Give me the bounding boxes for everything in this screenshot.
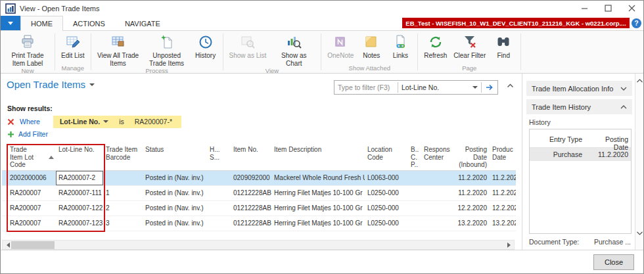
cell-trade-item-lot-code[interactable]: RA200007 [7, 201, 56, 216]
cell-responsibility-center[interactable] [421, 171, 450, 185]
cell-item-description[interactable]: Herring Filet Matjes 10-100 Gr ... [271, 216, 365, 231]
history-button[interactable]: History [191, 32, 220, 60]
cell-status[interactable]: Posted in (Nav. inv.) [143, 216, 207, 231]
column-header-hs[interactable]: H... S... [207, 145, 231, 170]
cell-responsibility-center[interactable] [421, 216, 450, 231]
tab-home[interactable]: HOME [20, 16, 63, 31]
maximize-button[interactable] [596, 1, 620, 16]
cell-posting-date[interactable]: 11.2.2020 [450, 171, 490, 185]
cell-posting-date[interactable]: 12.2.2020 [450, 201, 490, 216]
cell-location-code[interactable]: L0063-000 [365, 171, 408, 185]
cell-status[interactable]: Posted in (Nav. inv.) [143, 201, 207, 216]
cell-bcp[interactable] [408, 171, 421, 185]
cell-barcode[interactable]: 2 [103, 201, 143, 216]
collapse-filter-pane-button[interactable] [507, 83, 514, 88]
cell-hs[interactable] [207, 171, 231, 185]
cell-item-no[interactable]: 01212228AB [231, 201, 271, 216]
cell-status[interactable]: Posted in (Nav. inv.) [143, 186, 207, 200]
column-header-trade-item-barcode[interactable]: Trade Item Barcode [103, 145, 143, 170]
tab-navigate[interactable]: NAVIGATE [115, 16, 170, 31]
factbox-allocation-info-header[interactable]: Trade Item Allocation Info [526, 81, 632, 96]
close-button[interactable]: Close [593, 254, 634, 270]
cell-posting-date[interactable]: 11.2.2020 [450, 186, 490, 200]
help-icon[interactable]: ? [632, 18, 641, 28]
row-selector[interactable] [2, 186, 7, 200]
factbox-history-header[interactable]: Trade Item History [526, 99, 632, 114]
cell-trade-item-lot-code[interactable]: RA200007 [7, 216, 56, 231]
column-header-item-no[interactable]: Item No. [231, 145, 271, 170]
cell-production-date[interactable]: 11.2.2020 [490, 171, 516, 185]
table-row[interactable]: RA200007 RA200007-122 2 Posted in (Nav. … [2, 201, 516, 216]
column-header-status[interactable]: Status [143, 145, 207, 170]
cell-barcode[interactable]: 1 [103, 186, 143, 200]
cell-item-description[interactable]: Herring Filet Matjes 10-100 Gr ... [271, 201, 365, 216]
close-window-button[interactable] [620, 1, 643, 16]
column-header-location-code[interactable]: Location Code [365, 145, 408, 170]
print-trade-item-label-button[interactable]: Print Trade Item Label [3, 32, 52, 67]
scroll-down-arrow[interactable] [635, 231, 643, 235]
column-header-responsibility-center[interactable]: Responsi... Center [421, 145, 450, 170]
cell-barcode[interactable] [103, 171, 143, 185]
cell-production-date[interactable]: 13.2.2020 [490, 216, 516, 231]
notes-button[interactable]: Notes [357, 32, 386, 60]
cell-location-code[interactable]: L0250-000 [365, 201, 408, 216]
edit-list-button[interactable]: Edit List [58, 32, 88, 60]
cell-posting-date[interactable]: 13.2.2020 [450, 216, 490, 231]
cell-item-no[interactable]: 01212228AB [231, 186, 271, 200]
row-selector[interactable] [2, 201, 7, 216]
cell-bcp[interactable] [408, 186, 421, 200]
horizontal-scroll-thumb[interactable] [11, 241, 55, 249]
page-title[interactable]: Open Trade Items [7, 79, 95, 90]
scroll-up-arrow[interactable] [635, 79, 643, 83]
column-header-production-date[interactable]: Produc Date [490, 145, 516, 170]
application-menu-button[interactable] [1, 16, 20, 30]
table-row[interactable]: RA200007 RA200007-123 3 Posted in (Nav. … [2, 216, 516, 231]
column-header-posting-date-inbound[interactable]: Posting Date (Inbound) [450, 145, 490, 170]
filter-value[interactable]: RA200007-* [135, 118, 172, 126]
cell-trade-item-lot-code[interactable]: 2002000006 [7, 171, 56, 185]
filter-input[interactable] [334, 81, 398, 94]
refresh-button[interactable]: Refresh [421, 32, 450, 60]
cell-location-code[interactable]: L0250-000 [365, 186, 408, 200]
cell-lot-line-no-focused[interactable]: RA200007-2 [56, 171, 103, 185]
view-all-trade-items-button[interactable]: View All Trade Items [94, 32, 143, 67]
cell-item-no[interactable]: 01212228AB [231, 216, 271, 231]
select-all-gutter[interactable] [2, 145, 7, 170]
column-header-trade-item-lot-code[interactable]: Trade Item Lot Code [7, 145, 56, 170]
table-row[interactable]: 2002000006 RA200007-2 Posted in (Nav. in… [2, 171, 516, 186]
cell-production-date[interactable]: 11.2.2020 [490, 186, 516, 200]
cell-hs[interactable] [207, 216, 231, 231]
filter-field-dropdown[interactable]: Lot-Line No. [60, 118, 108, 126]
apply-filter-button[interactable] [482, 81, 497, 94]
scroll-right-arrow[interactable] [507, 242, 511, 248]
links-button[interactable]: Links [386, 32, 415, 60]
cell-hs[interactable] [207, 201, 231, 216]
cell-location-code[interactable]: L0250-000 [365, 216, 408, 231]
cell-lot-line-no[interactable]: RA200007-111 [56, 186, 103, 200]
show-as-chart-button[interactable]: Show as Chart [269, 32, 318, 67]
cell-responsibility-center[interactable] [421, 186, 450, 200]
minimize-button[interactable] [572, 1, 596, 16]
cell-lot-line-no[interactable]: RA200007-122 [56, 201, 103, 216]
history-tab[interactable]: History [529, 118, 632, 126]
remove-filter-icon[interactable] [7, 118, 14, 126]
horizontal-scrollbar[interactable] [2, 240, 515, 250]
where-link[interactable]: Where [20, 118, 40, 126]
cell-hs[interactable] [207, 186, 231, 200]
cell-trade-item-lot-code[interactable]: RA200007 [7, 186, 56, 200]
cell-item-description[interactable]: Herring Filet Matjes 10-100 Gr ... [271, 186, 365, 200]
cell-production-date[interactable]: 12.2.2020 [490, 201, 516, 216]
cell-bcp[interactable] [408, 216, 421, 231]
clear-filter-button[interactable]: Clear Filter [450, 32, 489, 60]
cell-responsibility-center[interactable] [421, 201, 450, 216]
filter-column-dropdown[interactable]: Lot-Line No. [398, 81, 481, 94]
tab-actions[interactable]: ACTIONS [63, 16, 115, 31]
table-row[interactable]: RA200007 RA200007-111 1 Posted in (Nav. … [2, 186, 516, 201]
cell-barcode[interactable]: 3 [103, 216, 143, 231]
cell-item-description[interactable]: Mackerel Whole Round Fresh U... [271, 171, 365, 185]
find-button[interactable]: Find [489, 32, 518, 60]
cell-status[interactable]: Posted in (Nav. inv.) [143, 171, 207, 185]
add-filter-button[interactable]: Add Filter [7, 130, 48, 138]
row-selector[interactable] [2, 171, 7, 185]
column-header-lot-line-no[interactable]: Lot-Line No. [56, 145, 103, 170]
